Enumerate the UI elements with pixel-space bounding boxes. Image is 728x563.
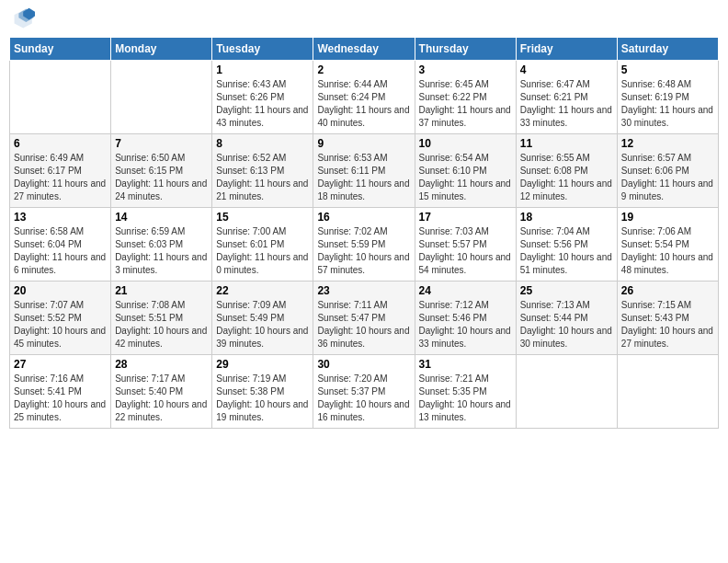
day-number: 24 [419, 284, 512, 297]
calendar-week-row: 6Sunrise: 6:49 AMSunset: 6:17 PMDaylight… [10, 134, 719, 208]
day-of-week-header: Friday [516, 38, 617, 61]
calendar-week-row: 13Sunrise: 6:58 AMSunset: 6:04 PMDayligh… [10, 208, 719, 282]
calendar-cell: 29Sunrise: 7:19 AMSunset: 5:38 PMDayligh… [212, 355, 313, 429]
calendar-cell: 22Sunrise: 7:09 AMSunset: 5:49 PMDayligh… [212, 282, 313, 355]
day-number: 25 [520, 284, 613, 297]
calendar-cell: 5Sunrise: 6:48 AMSunset: 6:19 PMDaylight… [617, 61, 718, 134]
day-number: 2 [317, 63, 410, 76]
calendar-cell: 23Sunrise: 7:11 AMSunset: 5:47 PMDayligh… [313, 282, 415, 355]
day-of-week-header: Tuesday [212, 38, 313, 61]
day-info: Sunrise: 6:52 AMSunset: 6:13 PMDaylight:… [216, 152, 309, 203]
day-info: Sunrise: 6:45 AMSunset: 6:22 PMDaylight:… [419, 78, 512, 130]
day-number: 4 [520, 63, 613, 76]
day-number: 18 [520, 211, 613, 224]
page-header [9, 9, 719, 29]
day-number: 14 [115, 211, 208, 224]
day-number: 28 [115, 358, 208, 371]
day-number: 13 [14, 211, 107, 224]
calendar-cell: 13Sunrise: 6:58 AMSunset: 6:04 PMDayligh… [10, 208, 111, 282]
calendar-cell: 6Sunrise: 6:49 AMSunset: 6:17 PMDaylight… [10, 134, 111, 208]
day-of-week-header: Wednesday [313, 38, 415, 61]
calendar-cell [617, 355, 718, 429]
day-info: Sunrise: 7:12 AMSunset: 5:46 PMDaylight:… [419, 299, 512, 350]
calendar-cell: 21Sunrise: 7:08 AMSunset: 5:51 PMDayligh… [111, 282, 212, 355]
day-number: 31 [419, 358, 512, 371]
calendar-cell [111, 61, 212, 134]
calendar-cell: 24Sunrise: 7:12 AMSunset: 5:46 PMDayligh… [415, 282, 516, 355]
day-info: Sunrise: 6:44 AMSunset: 6:24 PMDaylight:… [317, 78, 410, 130]
day-info: Sunrise: 7:15 AMSunset: 5:43 PMDaylight:… [621, 299, 714, 350]
day-info: Sunrise: 7:19 AMSunset: 5:38 PMDaylight:… [216, 373, 309, 424]
day-info: Sunrise: 7:04 AMSunset: 5:56 PMDaylight:… [520, 225, 613, 277]
day-number: 21 [115, 284, 208, 297]
day-of-week-header: Saturday [617, 38, 718, 61]
day-number: 12 [621, 137, 714, 150]
calendar-cell: 3Sunrise: 6:45 AMSunset: 6:22 PMDaylight… [415, 61, 516, 134]
calendar-cell: 9Sunrise: 6:53 AMSunset: 6:11 PMDaylight… [313, 134, 415, 208]
calendar-cell: 31Sunrise: 7:21 AMSunset: 5:35 PMDayligh… [415, 355, 516, 429]
calendar-cell: 2Sunrise: 6:44 AMSunset: 6:24 PMDaylight… [313, 61, 415, 134]
calendar-week-row: 27Sunrise: 7:16 AMSunset: 5:41 PMDayligh… [10, 355, 719, 429]
day-info: Sunrise: 7:16 AMSunset: 5:41 PMDaylight:… [14, 373, 107, 424]
day-info: Sunrise: 7:09 AMSunset: 5:49 PMDaylight:… [216, 299, 309, 350]
day-info: Sunrise: 7:06 AMSunset: 5:54 PMDaylight:… [621, 225, 714, 277]
day-of-week-header: Sunday [10, 38, 111, 61]
day-number: 11 [520, 137, 613, 150]
calendar-cell: 10Sunrise: 6:54 AMSunset: 6:10 PMDayligh… [415, 134, 516, 208]
day-info: Sunrise: 7:21 AMSunset: 5:35 PMDaylight:… [419, 373, 512, 424]
calendar-cell: 19Sunrise: 7:06 AMSunset: 5:54 PMDayligh… [617, 208, 718, 282]
calendar-cell: 16Sunrise: 7:02 AMSunset: 5:59 PMDayligh… [313, 208, 415, 282]
day-of-week-header: Thursday [415, 38, 516, 61]
calendar-cell: 28Sunrise: 7:17 AMSunset: 5:40 PMDayligh… [111, 355, 212, 429]
calendar-cell: 15Sunrise: 7:00 AMSunset: 6:01 PMDayligh… [212, 208, 313, 282]
day-of-week-header: Monday [111, 38, 212, 61]
day-info: Sunrise: 7:17 AMSunset: 5:40 PMDaylight:… [115, 373, 208, 424]
day-number: 8 [216, 137, 309, 150]
calendar-week-row: 20Sunrise: 7:07 AMSunset: 5:52 PMDayligh… [10, 282, 719, 355]
day-number: 3 [419, 63, 512, 76]
day-info: Sunrise: 7:11 AMSunset: 5:47 PMDaylight:… [317, 299, 410, 350]
calendar-cell [10, 61, 111, 134]
day-number: 30 [317, 358, 410, 371]
day-number: 9 [317, 137, 410, 150]
calendar-cell: 4Sunrise: 6:47 AMSunset: 6:21 PMDaylight… [516, 61, 617, 134]
calendar-cell: 17Sunrise: 7:03 AMSunset: 5:57 PMDayligh… [415, 208, 516, 282]
day-info: Sunrise: 7:03 AMSunset: 5:57 PMDaylight:… [419, 225, 512, 277]
day-number: 7 [115, 137, 208, 150]
day-info: Sunrise: 6:54 AMSunset: 6:10 PMDaylight:… [419, 152, 512, 203]
calendar-cell: 18Sunrise: 7:04 AMSunset: 5:56 PMDayligh… [516, 208, 617, 282]
calendar-cell: 26Sunrise: 7:15 AMSunset: 5:43 PMDayligh… [617, 282, 718, 355]
day-number: 15 [216, 211, 309, 224]
calendar-cell: 20Sunrise: 7:07 AMSunset: 5:52 PMDayligh… [10, 282, 111, 355]
calendar-header-row: SundayMondayTuesdayWednesdayThursdayFrid… [10, 38, 719, 61]
day-number: 6 [14, 137, 107, 150]
day-info: Sunrise: 6:47 AMSunset: 6:21 PMDaylight:… [520, 78, 613, 130]
day-number: 20 [14, 284, 107, 297]
day-number: 16 [317, 211, 410, 224]
day-info: Sunrise: 7:02 AMSunset: 5:59 PMDaylight:… [317, 225, 410, 277]
day-info: Sunrise: 6:50 AMSunset: 6:15 PMDaylight:… [115, 152, 208, 203]
calendar-cell: 7Sunrise: 6:50 AMSunset: 6:15 PMDaylight… [111, 134, 212, 208]
calendar-cell: 27Sunrise: 7:16 AMSunset: 5:41 PMDayligh… [10, 355, 111, 429]
logo [13, 9, 37, 29]
calendar-cell: 1Sunrise: 6:43 AMSunset: 6:26 PMDaylight… [212, 61, 313, 134]
calendar-cell [516, 355, 617, 429]
day-number: 1 [216, 63, 309, 76]
day-info: Sunrise: 6:49 AMSunset: 6:17 PMDaylight:… [14, 152, 107, 203]
day-number: 19 [621, 211, 714, 224]
day-number: 26 [621, 284, 714, 297]
day-number: 27 [14, 358, 107, 371]
day-number: 29 [216, 358, 309, 371]
day-info: Sunrise: 6:59 AMSunset: 6:03 PMDaylight:… [115, 225, 208, 277]
calendar-cell: 8Sunrise: 6:52 AMSunset: 6:13 PMDaylight… [212, 134, 313, 208]
day-info: Sunrise: 7:07 AMSunset: 5:52 PMDaylight:… [14, 299, 107, 350]
day-info: Sunrise: 7:08 AMSunset: 5:51 PMDaylight:… [115, 299, 208, 350]
calendar-table: SundayMondayTuesdayWednesdayThursdayFrid… [9, 37, 719, 429]
calendar-cell: 14Sunrise: 6:59 AMSunset: 6:03 PMDayligh… [111, 208, 212, 282]
day-number: 23 [317, 284, 410, 297]
day-info: Sunrise: 6:57 AMSunset: 6:06 PMDaylight:… [621, 152, 714, 203]
day-info: Sunrise: 6:53 AMSunset: 6:11 PMDaylight:… [317, 152, 410, 203]
day-number: 5 [621, 63, 714, 76]
calendar-cell: 25Sunrise: 7:13 AMSunset: 5:44 PMDayligh… [516, 282, 617, 355]
logo-icon [13, 7, 35, 29]
